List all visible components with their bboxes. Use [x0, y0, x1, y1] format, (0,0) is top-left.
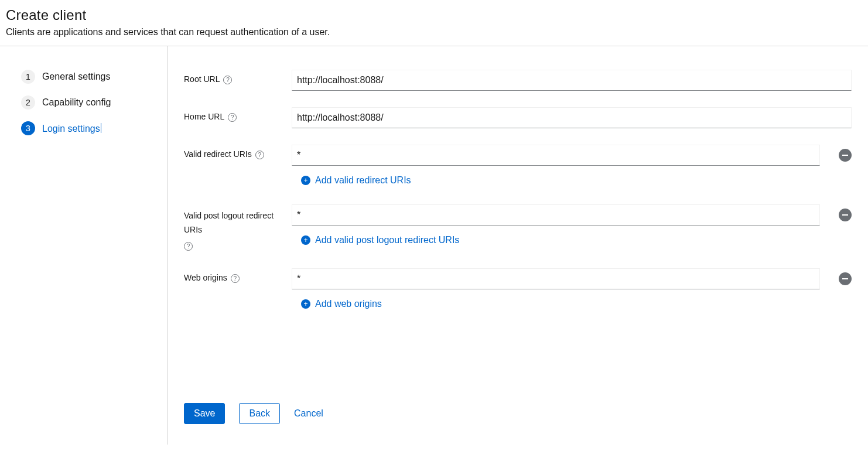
web-origin-input[interactable] — [292, 268, 820, 289]
wizard-step-capability-config[interactable]: 2 Capability config — [21, 95, 167, 110]
post-logout-redirect-uri-input[interactable] — [292, 204, 820, 226]
wizard-step-login-settings[interactable]: 3 Login settings — [21, 121, 167, 135]
help-icon[interactable]: ? — [255, 151, 264, 159]
plus-circle-icon: + — [301, 235, 310, 245]
help-icon[interactable]: ? — [231, 274, 240, 283]
redirect-uri-input[interactable] — [292, 145, 820, 166]
root-url-input[interactable] — [292, 70, 852, 91]
step-number-badge: 3 — [21, 121, 35, 135]
label-redirect-uris: Valid redirect URIs ? — [184, 145, 292, 159]
minus-icon — [842, 155, 848, 156]
help-icon[interactable]: ? — [184, 242, 193, 251]
step-number-badge: 2 — [21, 95, 35, 110]
help-icon[interactable]: ? — [223, 76, 232, 84]
minus-icon — [842, 278, 848, 279]
form-row-web-origins: Web origins ? + Add web origins — [184, 268, 852, 309]
label-post-logout-redirect-uris: Valid post logout redirect URIs ? — [184, 204, 292, 250]
home-url-input[interactable] — [292, 107, 852, 128]
minus-icon — [842, 214, 848, 216]
wizard-actions: Save Back Cancel — [184, 403, 852, 424]
label-root-url: Root URL ? — [184, 70, 292, 84]
back-button[interactable]: Back — [239, 403, 280, 424]
add-post-logout-redirect-uri-button[interactable]: + Add valid post logout redirect URIs — [292, 235, 852, 245]
save-button[interactable]: Save — [184, 403, 225, 424]
page-header: Create client Clients are applications a… — [0, 0, 868, 46]
page-title: Create client — [6, 7, 862, 23]
page-subtitle: Clients are applications and services th… — [6, 27, 862, 37]
form-row-post-logout-redirect-uris: Valid post logout redirect URIs ? + Add … — [184, 204, 852, 250]
step-label: General settings — [42, 71, 111, 82]
form-row-root-url: Root URL ? — [184, 70, 852, 91]
label-web-origins: Web origins ? — [184, 268, 292, 282]
plus-circle-icon: + — [301, 299, 310, 309]
remove-post-logout-redirect-uri-button[interactable] — [839, 209, 852, 221]
cancel-button[interactable]: Cancel — [294, 403, 323, 424]
add-redirect-uri-button[interactable]: + Add valid redirect URIs — [292, 175, 852, 186]
remove-redirect-uri-button[interactable] — [839, 149, 852, 162]
remove-web-origin-button[interactable] — [839, 272, 852, 285]
step-label: Login settings — [42, 123, 101, 134]
step-label: Capability config — [42, 97, 111, 108]
label-home-url: Home URL ? — [184, 107, 292, 121]
wizard-step-general-settings[interactable]: 1 General settings — [21, 70, 167, 84]
form-row-redirect-uris: Valid redirect URIs ? + Add valid redire… — [184, 145, 852, 186]
help-icon[interactable]: ? — [228, 113, 237, 122]
plus-circle-icon: + — [301, 176, 310, 185]
wizard-steps: 1 General settings 2 Capability config 3… — [0, 46, 168, 445]
add-web-origin-button[interactable]: + Add web origins — [292, 299, 852, 309]
wizard-content: Root URL ? Home URL ? Valid redirect URI… — [168, 46, 868, 445]
step-number-badge: 1 — [21, 70, 35, 84]
form-row-home-url: Home URL ? — [184, 107, 852, 128]
